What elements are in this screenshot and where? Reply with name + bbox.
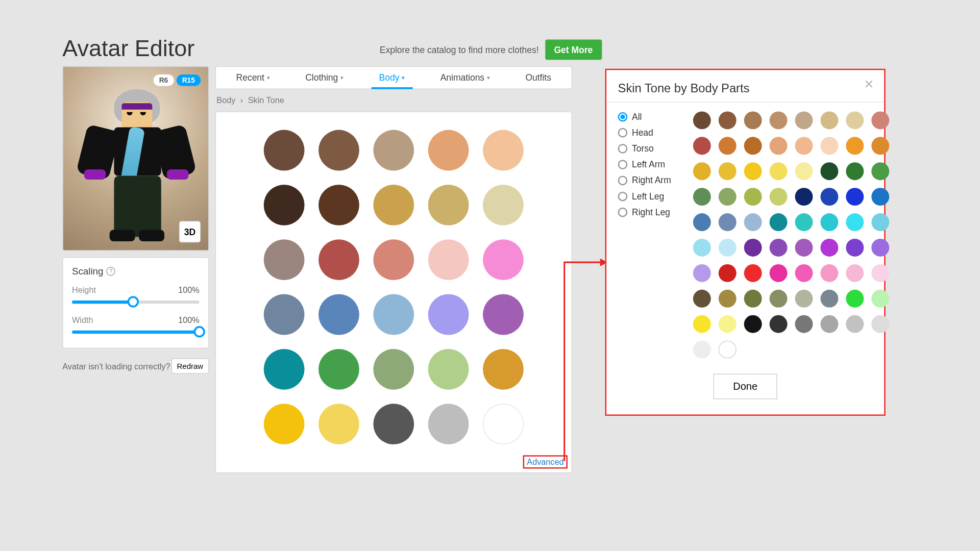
skin-tone-swatch[interactable] (373, 349, 414, 390)
dialog-color-swatch[interactable] (693, 290, 711, 308)
skin-tone-swatch[interactable] (264, 349, 305, 390)
skin-tone-swatch[interactable] (264, 239, 305, 280)
skin-tone-swatch[interactable] (373, 404, 414, 444)
advanced-link[interactable]: Advanced (523, 455, 568, 468)
skin-tone-swatch[interactable] (483, 185, 524, 226)
dialog-color-swatch[interactable] (820, 137, 838, 155)
dialog-color-swatch[interactable] (795, 264, 813, 282)
dialog-color-swatch[interactable] (770, 213, 788, 231)
dialog-color-swatch[interactable] (795, 188, 813, 206)
tab-clothing[interactable]: Clothing▾ (300, 67, 349, 88)
dialog-color-swatch[interactable] (770, 290, 788, 308)
dialog-color-swatch[interactable] (846, 290, 864, 308)
height-slider[interactable] (72, 297, 200, 306)
dialog-color-swatch[interactable] (719, 188, 737, 206)
dialog-color-swatch[interactable] (770, 137, 788, 155)
skin-tone-swatch[interactable] (264, 130, 305, 171)
dialog-color-swatch[interactable] (871, 239, 889, 257)
dialog-color-swatch[interactable] (744, 111, 762, 129)
dialog-color-swatch[interactable] (846, 137, 864, 155)
dialog-color-swatch[interactable] (846, 162, 864, 180)
dialog-color-swatch[interactable] (770, 111, 788, 129)
body-part-radio-left-arm[interactable]: Left Arm (618, 159, 682, 169)
skin-tone-swatch[interactable] (318, 130, 359, 171)
dialog-color-swatch[interactable] (693, 137, 711, 155)
dialog-color-swatch[interactable] (871, 290, 889, 308)
close-icon[interactable] (864, 79, 874, 92)
tab-recent[interactable]: Recent▾ (231, 67, 276, 88)
dialog-color-swatch[interactable] (770, 239, 788, 257)
skin-tone-swatch[interactable] (373, 294, 414, 335)
skin-tone-swatch[interactable] (318, 294, 359, 335)
dialog-color-swatch[interactable] (871, 162, 889, 180)
skin-tone-swatch[interactable] (428, 404, 469, 444)
dialog-color-swatch[interactable] (719, 264, 737, 282)
skin-tone-swatch[interactable] (428, 294, 469, 335)
skin-tone-swatch[interactable] (483, 130, 524, 171)
dialog-color-swatch[interactable] (846, 188, 864, 206)
skin-tone-swatch[interactable] (483, 294, 524, 335)
skin-tone-swatch[interactable] (318, 239, 359, 280)
dialog-color-swatch-none[interactable] (719, 341, 737, 359)
dialog-color-swatch[interactable] (795, 290, 813, 308)
dialog-color-swatch[interactable] (820, 188, 838, 206)
dialog-color-swatch[interactable] (744, 162, 762, 180)
dialog-color-swatch[interactable] (719, 137, 737, 155)
dialog-color-swatch[interactable] (871, 213, 889, 231)
skin-tone-swatch[interactable] (318, 404, 359, 444)
dialog-color-swatch[interactable] (693, 213, 711, 231)
tab-body[interactable]: Body▾ (374, 67, 410, 88)
dialog-color-swatch[interactable] (820, 315, 838, 333)
dialog-color-swatch[interactable] (795, 111, 813, 129)
dialog-color-swatch[interactable] (820, 264, 838, 282)
dialog-color-swatch[interactable] (719, 213, 737, 231)
dialog-color-swatch[interactable] (719, 111, 737, 129)
skin-tone-swatch[interactable] (264, 185, 305, 226)
dialog-color-swatch[interactable] (846, 239, 864, 257)
skin-tone-swatch[interactable] (373, 185, 414, 226)
dialog-color-swatch[interactable] (871, 315, 889, 333)
skin-tone-swatch[interactable] (428, 349, 469, 390)
body-part-radio-torso[interactable]: Torso (618, 143, 682, 154)
dialog-color-swatch[interactable] (820, 111, 838, 129)
dialog-color-swatch[interactable] (744, 264, 762, 282)
dialog-color-swatch[interactable] (719, 315, 737, 333)
body-part-radio-all[interactable]: All (618, 111, 682, 121)
get-more-button[interactable]: Get More (545, 39, 602, 60)
skin-tone-swatch[interactable] (264, 294, 305, 335)
rig-r15-pill[interactable]: R15 (176, 74, 201, 86)
skin-tone-swatch[interactable] (318, 185, 359, 226)
dialog-color-swatch[interactable] (795, 137, 813, 155)
dialog-color-swatch[interactable] (871, 137, 889, 155)
dialog-color-swatch[interactable] (693, 111, 711, 129)
dialog-color-swatch[interactable] (693, 341, 711, 359)
dialog-color-swatch[interactable] (744, 239, 762, 257)
width-slider[interactable] (72, 327, 200, 336)
dialog-color-swatch[interactable] (719, 239, 737, 257)
dialog-color-swatch[interactable] (693, 188, 711, 206)
skin-tone-swatch[interactable] (428, 185, 469, 226)
dialog-color-swatch[interactable] (770, 264, 788, 282)
dialog-color-swatch[interactable] (846, 111, 864, 129)
dialog-color-swatch[interactable] (795, 315, 813, 333)
info-icon[interactable]: ? (107, 266, 115, 275)
dialog-color-swatch[interactable] (744, 290, 762, 308)
dialog-color-swatch[interactable] (795, 162, 813, 180)
dialog-color-swatch[interactable] (719, 162, 737, 180)
dialog-color-swatch[interactable] (744, 315, 762, 333)
dialog-color-swatch[interactable] (871, 188, 889, 206)
done-button[interactable]: Done (714, 374, 777, 399)
dialog-color-swatch[interactable] (693, 239, 711, 257)
dialog-color-swatch[interactable] (693, 162, 711, 180)
dialog-color-swatch[interactable] (795, 239, 813, 257)
dialog-color-swatch[interactable] (820, 290, 838, 308)
dialog-color-swatch[interactable] (770, 162, 788, 180)
body-part-radio-right-leg[interactable]: Right Leg (618, 207, 682, 217)
skin-tone-swatch[interactable] (318, 349, 359, 390)
dialog-color-swatch[interactable] (871, 111, 889, 129)
body-part-radio-head[interactable]: Head (618, 128, 682, 138)
body-part-radio-right-arm[interactable]: Right Arm (618, 175, 682, 185)
dialog-color-swatch[interactable] (846, 264, 864, 282)
dialog-color-swatch[interactable] (820, 162, 838, 180)
skin-tone-swatch[interactable] (483, 239, 524, 280)
